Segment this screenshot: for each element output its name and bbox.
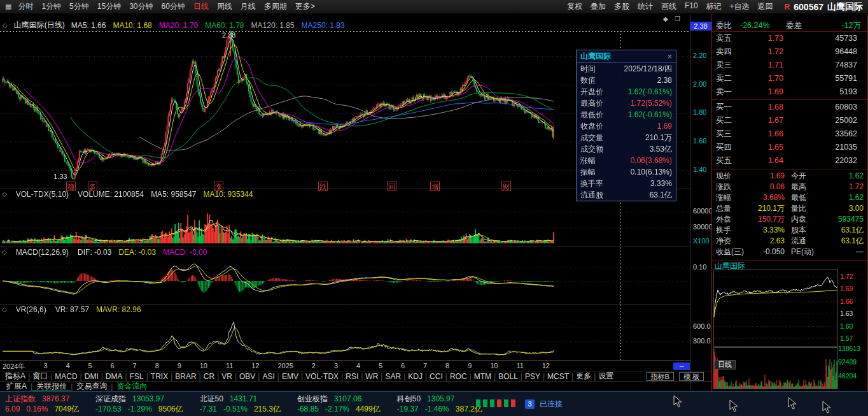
- indicator-tab[interactable]: CCI: [427, 372, 445, 381]
- order-volume[interactable]: 21035: [788, 141, 862, 154]
- ask-levels: 卖五1.7345733卖四1.7296448卖三1.7174837卖二1.705…: [712, 32, 867, 99]
- x-axis-page-badge[interactable]: --: [673, 362, 690, 370]
- order-volume[interactable]: 74837: [788, 59, 862, 72]
- indicator-tab[interactable]: 设置: [596, 371, 616, 382]
- order-volume[interactable]: 96448: [788, 45, 862, 59]
- indicator-tab[interactable]: KDJ: [405, 372, 425, 381]
- diamond-icon[interactable]: ◆: [663, 15, 668, 22]
- panel-icon[interactable]: ❐: [675, 15, 680, 22]
- sub-tab[interactable]: 交易查询: [73, 381, 111, 392]
- indicator-tab[interactable]: VOL-TDX: [303, 372, 341, 381]
- period-item[interactable]: 5分钟: [69, 1, 89, 12]
- orderbook-divider: [712, 99, 867, 100]
- weicha-value: -12万: [811, 20, 864, 32]
- pane-toggle-icon[interactable]: ◇: [2, 190, 7, 197]
- indicator-tab[interactable]: DMI: [82, 372, 101, 381]
- indicator-tab[interactable]: VR: [219, 372, 235, 381]
- panel-button[interactable]: 模 板: [679, 372, 704, 381]
- order-volume[interactable]: 22032: [788, 154, 862, 168]
- order-volume[interactable]: 33562: [788, 127, 862, 141]
- indicator-tab[interactable]: MACD: [52, 372, 80, 381]
- order-volume[interactable]: 55791: [788, 72, 862, 85]
- panel-button[interactable]: 指标B: [647, 372, 674, 381]
- indicator-tab[interactable]: PSY: [522, 372, 543, 381]
- scale-label: 30000: [693, 223, 712, 231]
- scale-label: 300.0: [693, 337, 712, 345]
- tooltip-label: 振幅: [580, 166, 596, 178]
- order-price[interactable]: 1.69: [741, 85, 788, 99]
- mini-period-tab[interactable]: 日线: [714, 360, 736, 369]
- indicator-tab[interactable]: 窗口: [30, 371, 50, 382]
- indicator-tab[interactable]: CR: [201, 372, 217, 381]
- indicator-tab[interactable]: OBV: [237, 372, 258, 381]
- window-menu-icon[interactable]: ▦: [5, 3, 11, 11]
- order-price[interactable]: 1.68: [741, 101, 788, 114]
- order-volume[interactable]: 25002: [788, 114, 862, 127]
- sub-tab-bar: 扩展A|关联报价|交易查询|资金流向: [0, 381, 711, 391]
- indicator-tab[interactable]: MTM: [472, 372, 494, 381]
- order-price[interactable]: 1.72: [741, 45, 788, 59]
- tooltip-row: 最低价1.62(-0.61%): [577, 109, 676, 120]
- indicator-tab[interactable]: MCST: [545, 372, 571, 381]
- tool-item[interactable]: +自选: [730, 1, 750, 12]
- tool-item[interactable]: 统计: [638, 1, 653, 12]
- period-item[interactable]: 1分钟: [41, 1, 61, 12]
- period-item[interactable]: 15分钟: [97, 1, 121, 12]
- indicator-tab[interactable]: ROC: [447, 372, 470, 381]
- tooltip-value: 2.38: [657, 75, 672, 86]
- period-item[interactable]: 30分钟: [129, 1, 153, 12]
- close-icon[interactable]: ×: [668, 52, 672, 61]
- indicator-tab[interactable]: 指标A: [3, 371, 28, 382]
- period-item[interactable]: 更多>: [295, 1, 315, 12]
- order-volume[interactable]: 5193: [788, 85, 862, 99]
- order-level-label: 卖一: [716, 85, 741, 99]
- tool-item[interactable]: 返回: [758, 1, 773, 12]
- period-item[interactable]: 60分钟: [162, 1, 185, 12]
- sub-tab[interactable]: 关联报价: [32, 381, 71, 392]
- mini-intraday-canvas[interactable]: [713, 269, 838, 391]
- order-volume[interactable]: 60803: [788, 101, 862, 114]
- order-price[interactable]: 1.65: [741, 141, 788, 154]
- period-item[interactable]: 周线: [217, 1, 232, 12]
- tool-item[interactable]: 叠加: [591, 1, 606, 12]
- connection-count-badge[interactable]: 3: [525, 399, 535, 409]
- indicator-tab[interactable]: DMA: [103, 372, 125, 381]
- tool-item[interactable]: 画线: [661, 1, 676, 12]
- indicator-tab[interactable]: FSL: [127, 372, 146, 381]
- tool-item[interactable]: 标记: [706, 1, 722, 12]
- indicator-tab[interactable]: SAR: [382, 372, 403, 381]
- order-volume[interactable]: 45733: [788, 32, 862, 45]
- tool-item[interactable]: 多股: [614, 1, 629, 12]
- detail-value: -0.050: [752, 247, 791, 257]
- indicator-tab[interactable]: EMV: [279, 372, 301, 381]
- indicator-tab[interactable]: TRIX: [148, 372, 171, 381]
- pane-toggle-icon[interactable]: ◇: [3, 22, 8, 29]
- indicator-tab[interactable]: WR: [363, 372, 381, 381]
- period-item[interactable]: 日线: [193, 1, 209, 12]
- stock-code: 600567: [794, 2, 823, 12]
- tool-item[interactable]: 复权: [567, 1, 582, 12]
- indicator-value: VOLUME: 2100854: [78, 190, 144, 199]
- period-item[interactable]: 多周期: [264, 1, 287, 12]
- sub-tab[interactable]: 资金流向: [113, 381, 151, 392]
- order-price[interactable]: 1.73: [741, 32, 788, 45]
- order-price[interactable]: 1.71: [741, 59, 788, 72]
- order-price[interactable]: 1.70: [741, 72, 788, 85]
- order-price[interactable]: 1.64: [741, 154, 788, 168]
- order-price[interactable]: 1.67: [741, 114, 788, 127]
- tool-item[interactable]: F10: [685, 1, 698, 12]
- period-item[interactable]: 分时: [18, 1, 33, 12]
- indicator-tab[interactable]: BOLL: [496, 372, 521, 381]
- indicator-tab[interactable]: ASI: [260, 372, 277, 381]
- sub-tab[interactable]: 扩展A: [3, 381, 31, 392]
- order-price[interactable]: 1.66: [741, 127, 788, 141]
- indicator-tab[interactable]: BRAR: [172, 372, 199, 381]
- pane-toggle-icon[interactable]: ◇: [2, 306, 7, 313]
- indicator-tab-bar: 指标A|窗口|MACD|DMI|DMA|FSL|TRIX|BRAR|CR|VR|…: [0, 371, 711, 381]
- pane-toggle-icon[interactable]: ◇: [2, 248, 7, 255]
- index-change: -170.53: [95, 404, 122, 414]
- indicator-tab[interactable]: 更多: [573, 371, 594, 382]
- x-axis-label: 5: [88, 362, 92, 371]
- period-item[interactable]: 月线: [241, 1, 256, 12]
- indicator-tab[interactable]: RSI: [343, 372, 361, 381]
